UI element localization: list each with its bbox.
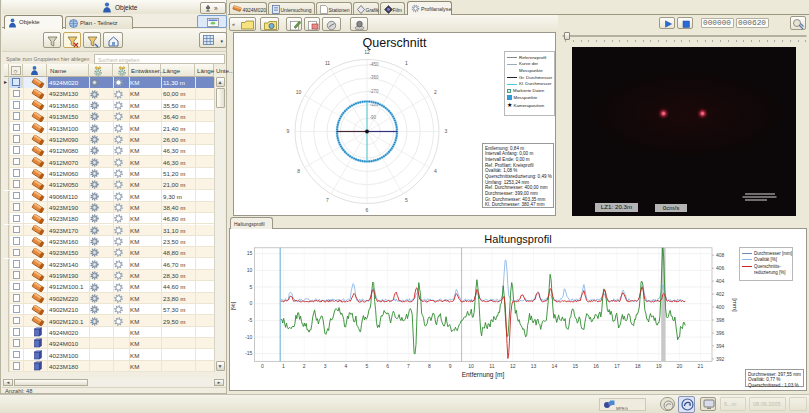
svg-text:21: 21 [698, 363, 704, 369]
svg-text:4: 4 [345, 363, 348, 369]
svg-text:[mm]: [mm] [732, 298, 738, 312]
svg-text:12: 12 [510, 363, 516, 369]
svg-text:-5: -5 [248, 317, 253, 323]
svg-text:11: 11 [325, 60, 330, 66]
svg-text:5: 5 [250, 284, 253, 290]
svg-text:4: 4 [434, 168, 437, 174]
svg-text:5: 5 [365, 363, 368, 369]
svg-text:15: 15 [572, 363, 578, 369]
svg-text:17: 17 [614, 363, 620, 369]
svg-text:392: 392 [716, 356, 725, 362]
svg-text:5: 5 [405, 197, 408, 203]
svg-text:3: 3 [445, 128, 448, 134]
svg-text:398: 398 [716, 317, 725, 323]
svg-text:-15: -15 [245, 350, 252, 356]
svg-text:2: 2 [434, 89, 437, 95]
svg-text:-360: -360 [370, 75, 380, 80]
svg-text:408: 408 [716, 252, 725, 258]
svg-text:2: 2 [303, 363, 306, 369]
svg-text:15: 15 [247, 250, 253, 256]
svg-text:13: 13 [531, 363, 537, 369]
svg-text:10: 10 [296, 89, 302, 95]
svg-text:9: 9 [287, 128, 290, 134]
svg-text:11: 11 [489, 363, 494, 369]
svg-text:8: 8 [428, 363, 431, 369]
svg-text:406: 406 [716, 265, 725, 271]
svg-text:0: 0 [261, 363, 264, 369]
svg-text:1: 1 [405, 60, 408, 66]
svg-text:-270: -270 [370, 89, 380, 94]
svg-text:402: 402 [716, 291, 725, 297]
svg-text:16: 16 [593, 363, 599, 369]
svg-text:Entfernung [m]: Entfernung [m] [462, 371, 505, 379]
svg-text:7: 7 [407, 363, 410, 369]
svg-text:[%]: [%] [230, 301, 236, 310]
svg-text:8: 8 [297, 168, 300, 174]
svg-text:10: 10 [247, 267, 253, 273]
svg-text:6: 6 [386, 363, 389, 369]
svg-text:6: 6 [366, 207, 369, 213]
svg-text:19: 19 [656, 363, 662, 369]
svg-text:7: 7 [326, 197, 329, 203]
svg-text:400: 400 [716, 304, 725, 310]
svg-text:1: 1 [282, 363, 285, 369]
svg-text:0: 0 [250, 300, 253, 306]
svg-text:404: 404 [716, 278, 725, 284]
svg-text:10: 10 [468, 363, 474, 369]
svg-text:394: 394 [716, 343, 725, 349]
svg-text:-90: -90 [370, 115, 377, 120]
svg-text:-450: -450 [370, 62, 380, 67]
svg-text:9: 9 [449, 363, 452, 369]
svg-text:396: 396 [716, 330, 725, 336]
svg-text:18: 18 [635, 363, 641, 369]
svg-text:20: 20 [677, 363, 683, 369]
svg-text:14: 14 [552, 363, 558, 369]
svg-text:3: 3 [324, 363, 327, 369]
svg-text:-10: -10 [245, 334, 252, 340]
svg-text:12: 12 [364, 49, 370, 55]
